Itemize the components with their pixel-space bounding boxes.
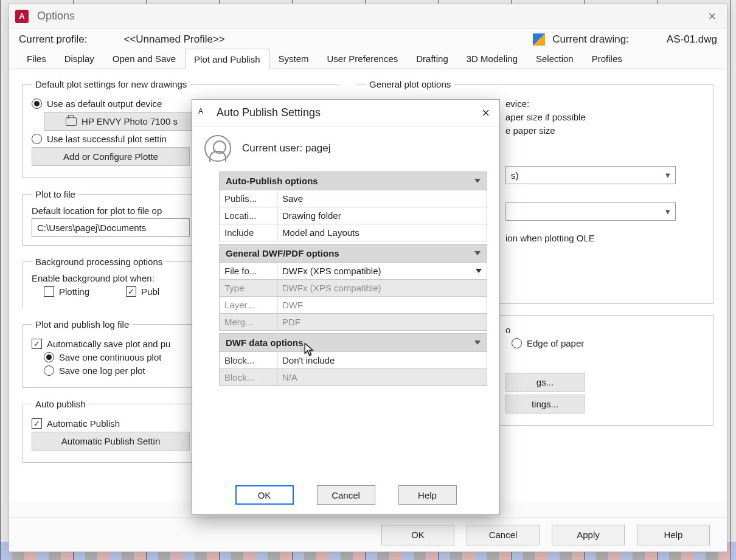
- plot-stamp-settings-button[interactable]: gs...: [505, 373, 585, 392]
- use-default-output-label: Use as default output device: [47, 99, 162, 109]
- default-printer-combobox[interactable]: HP ENVY Photo 7100 s: [44, 112, 202, 131]
- radio-use-last-successful[interactable]: [32, 134, 42, 144]
- chevron-down-icon: ▾: [665, 206, 670, 217]
- row-block-template: Block... N/A: [220, 368, 487, 385]
- automatic-publish-label: Automatic Publish: [47, 418, 120, 429]
- options-tabbar: Files Display Open and Save Plot and Pub…: [9, 48, 727, 69]
- options-title: Options: [37, 10, 75, 22]
- row-location[interactable]: Locati... Drawing folder: [220, 207, 487, 224]
- user-icon: [204, 135, 231, 162]
- tab-display[interactable]: Display: [55, 48, 103, 69]
- plotting-label: Plotting: [59, 286, 89, 297]
- chevron-down-icon: [474, 179, 481, 183]
- check-auto-save-log[interactable]: [32, 339, 42, 349]
- radio-use-default-output[interactable]: [32, 99, 42, 109]
- edge-of-paper-label: Edge of paper: [527, 338, 584, 348]
- auto-save-log-label: Automatically save plot and pu: [47, 339, 170, 349]
- modal-user-row: Current user: pagej: [192, 126, 499, 168]
- check-automatic-publish[interactable]: [32, 418, 42, 429]
- ole-plotting-label-partial: ion when plotting OLE: [505, 233, 595, 243]
- background-processing-legend: Background processing options: [32, 257, 166, 267]
- publishing-label: Publ: [141, 286, 159, 297]
- one-continuous-label: Save one continuous plot: [59, 352, 161, 362]
- current-user-label: Current user: pagej: [242, 142, 331, 154]
- modal-close-icon[interactable]: ×: [478, 105, 493, 121]
- autocad-app-icon: A: [198, 107, 210, 119]
- add-configure-plotters-button[interactable]: Add or Configure Plotte: [32, 147, 190, 166]
- auto-publish-settings-dialog: A Auto Publish Settings × Current user: …: [192, 99, 500, 515]
- chevron-down-icon: [474, 340, 481, 345]
- row-include[interactable]: Include Model and Layouts: [220, 224, 487, 241]
- chevron-down-icon: [474, 251, 481, 255]
- row-block-info[interactable]: Block... Don't include: [220, 352, 487, 368]
- default-printer-value: HP ENVY Photo 7100 s: [82, 116, 178, 126]
- current-profile-label: Current profile:: [19, 33, 87, 46]
- chevron-down-icon[interactable]: [476, 269, 482, 273]
- log-file-legend: Plot and publish log file: [32, 319, 133, 330]
- check-publishing[interactable]: [126, 286, 136, 297]
- tab-drafting[interactable]: Drafting: [407, 48, 457, 69]
- radio-one-continuous-log[interactable]: [44, 352, 54, 362]
- options-apply-button[interactable]: Apply: [552, 525, 625, 545]
- radio-edge-of-paper[interactable]: [512, 338, 522, 348]
- modal-cancel-button[interactable]: Cancel: [317, 485, 375, 505]
- tab-user-preferences[interactable]: User Preferences: [318, 48, 408, 69]
- row-type: Type DWFx (XPS compatible): [220, 279, 487, 296]
- one-per-plot-label: Save one log per plot: [59, 365, 145, 376]
- automatic-publish-settings-button[interactable]: Automatic Publish Settin: [32, 432, 190, 451]
- section-general-dwf-pdf[interactable]: General DWF/PDF options: [219, 244, 487, 263]
- plot-to-file-location-input[interactable]: C:\Users\pagej\Documents: [32, 218, 190, 237]
- check-plotting[interactable]: [44, 286, 54, 297]
- general-plot-options-legend: General plot options: [366, 79, 454, 89]
- options-help-button[interactable]: Help: [637, 525, 710, 545]
- row-merge: Merg... PDF: [220, 313, 487, 330]
- use-last-successful-label: Use last successful plot settin: [47, 134, 167, 144]
- close-icon[interactable]: ×: [703, 9, 721, 24]
- tab-plot-and-publish[interactable]: Plot and Publish: [185, 49, 269, 69]
- modal-titlebar: A Auto Publish Settings ×: [192, 100, 499, 126]
- radio-one-log-per-plot[interactable]: [44, 365, 54, 376]
- drawing-icon: [533, 33, 545, 46]
- default-plot-legend: Default plot settings for new drawings: [32, 79, 190, 89]
- options-titlebar: A Options ×: [9, 4, 727, 29]
- tab-files[interactable]: Files: [18, 48, 55, 69]
- section-auto-publish-options[interactable]: Auto-Publish options: [219, 171, 487, 190]
- shade-plot-quality-select[interactable]: s) ▾: [505, 166, 676, 184]
- tab-profiles[interactable]: Profiles: [583, 48, 631, 69]
- plot-style-settings-button[interactable]: tings...: [505, 395, 585, 413]
- paper-if-possible-label-partial: aper size if possible: [505, 112, 586, 122]
- row-publish-on[interactable]: Publis... Save: [220, 190, 487, 207]
- auto-publish-legend: Auto publish: [32, 399, 89, 409]
- section-dwf-data[interactable]: DWF data options: [219, 333, 487, 352]
- property-grid: Auto-Publish options Publis... Save Loca…: [219, 171, 487, 386]
- tab-3d-modeling[interactable]: 3D Modeling: [457, 48, 527, 69]
- paper-size-label-partial: e paper size: [505, 125, 555, 136]
- tab-system[interactable]: System: [269, 48, 318, 69]
- row-file-format[interactable]: File fo... DWFx (XPS compatible): [220, 263, 487, 279]
- chevron-down-icon: ▾: [665, 170, 670, 181]
- current-drawing-value: AS-01.dwg: [667, 33, 717, 46]
- profile-row: Current profile: <<Unnamed Profile>> Cur…: [9, 29, 727, 48]
- modal-help-button[interactable]: Help: [398, 485, 457, 505]
- printer-icon: [66, 117, 77, 126]
- modal-footer: OK Cancel Help: [192, 475, 499, 514]
- options-footer: OK Cancel Apply Help: [9, 517, 727, 551]
- row-layer: Layer... DWF: [220, 296, 487, 313]
- plot-to-file-legend: Plot to file: [32, 189, 79, 199]
- plot-device-label-partial: evice:: [505, 99, 529, 109]
- ole-quality-select[interactable]: ▾: [505, 202, 676, 221]
- modal-title: Auto Publish Settings: [217, 106, 321, 119]
- current-profile-value: <<Unnamed Profile>>: [123, 33, 224, 46]
- options-cancel-button[interactable]: Cancel: [467, 525, 540, 545]
- current-drawing-label: Current drawing:: [552, 33, 629, 46]
- modal-ok-button[interactable]: OK: [235, 485, 294, 505]
- autocad-app-icon: A: [15, 10, 29, 23]
- tab-selection[interactable]: Selection: [527, 48, 583, 69]
- options-ok-button[interactable]: OK: [381, 525, 454, 545]
- tab-open-and-save[interactable]: Open and Save: [103, 48, 185, 69]
